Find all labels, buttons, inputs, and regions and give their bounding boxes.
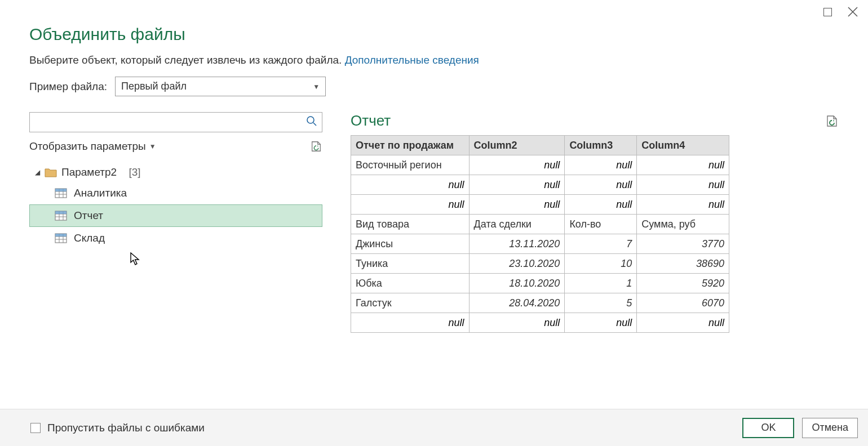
- table-cell: null: [351, 175, 470, 195]
- table-row[interactable]: Джинсы13.11.202073770: [351, 234, 729, 254]
- table-cell: 13.11.2020: [469, 234, 565, 254]
- table-cell: 28.04.2020: [469, 293, 565, 313]
- table-row[interactable]: nullnullnullnull: [351, 313, 729, 333]
- table-cell: Джинсы: [351, 234, 470, 254]
- table-cell: Туника: [351, 254, 470, 274]
- skip-errors-checkbox[interactable]: [30, 423, 41, 433]
- tree-item-label: Отчет: [74, 209, 103, 222]
- skip-errors-label: Пропустить файлы с ошибками: [47, 422, 205, 434]
- dialog-title: Объединить файлы: [29, 25, 839, 44]
- column-header[interactable]: Column4: [637, 136, 729, 155]
- refresh-preview-icon[interactable]: [825, 114, 839, 128]
- table-cell: Восточный регион: [351, 155, 470, 175]
- column-header[interactable]: Отчет по продажам: [351, 136, 470, 155]
- table-icon: [55, 188, 67, 198]
- maximize-button[interactable]: [823, 8, 832, 16]
- navigator-tree: ◢ Параметр2 [3] Аналитика Отчет Склад: [29, 163, 322, 249]
- table-cell: 38690: [637, 254, 729, 274]
- table-row[interactable]: Восточный регионnullnullnull: [351, 155, 729, 175]
- ok-button[interactable]: OK: [742, 418, 794, 438]
- table-cell: 6070: [637, 293, 729, 313]
- sample-file-value: Первый файл: [121, 81, 187, 92]
- preview-table: Отчет по продажамColumn2Column3Column4 В…: [351, 135, 729, 333]
- tree-item-label: Аналитика: [74, 187, 127, 199]
- close-button[interactable]: [848, 7, 858, 17]
- table-row[interactable]: nullnullnullnull: [351, 175, 729, 195]
- table-cell: null: [469, 175, 565, 195]
- svg-rect-13: [55, 211, 67, 214]
- refresh-nav-icon[interactable]: [310, 140, 322, 153]
- collapse-icon: ◢: [35, 168, 40, 176]
- sample-file-label: Пример файла:: [29, 81, 107, 93]
- tree-item[interactable]: Аналитика: [29, 182, 322, 204]
- table-cell: 7: [565, 234, 637, 254]
- tree-item[interactable]: Отчет: [29, 204, 322, 227]
- table-row[interactable]: Вид товараДата сделкиКол-воСумма, руб: [351, 215, 729, 234]
- table-cell: Дата сделки: [469, 215, 565, 234]
- column-header[interactable]: Column2: [469, 136, 565, 155]
- search-icon: [306, 115, 317, 129]
- folder-icon: [45, 167, 57, 177]
- table-cell: null: [565, 195, 637, 215]
- table-cell: null: [637, 155, 729, 175]
- svg-rect-19: [55, 234, 67, 237]
- cancel-button[interactable]: Отмена: [802, 418, 858, 438]
- table-icon: [55, 233, 67, 243]
- table-cell: null: [565, 175, 637, 195]
- tree-item-label: Склад: [74, 232, 105, 244]
- table-cell: 18.10.2020: [469, 274, 565, 293]
- svg-line-1: [313, 123, 316, 126]
- table-icon: [55, 211, 67, 221]
- dialog-footer: Пропустить файлы с ошибками OK Отмена: [0, 409, 868, 446]
- table-cell: 23.10.2020: [469, 254, 565, 274]
- tree-root-label: Параметр2: [61, 166, 117, 179]
- table-row[interactable]: Юбка18.10.202015920: [351, 274, 729, 293]
- tree-folder-root[interactable]: ◢ Параметр2 [3]: [29, 163, 322, 182]
- svg-point-0: [307, 117, 314, 123]
- table-cell: null: [637, 175, 729, 195]
- subtitle-text: Выберите объект, который следует извлечь…: [29, 54, 345, 66]
- tree-root-count: [3]: [129, 166, 140, 179]
- table-cell: null: [637, 195, 729, 215]
- table-cell: 5: [565, 293, 637, 313]
- preview-title: Отчет: [351, 112, 391, 130]
- chevron-down-icon: ▼: [149, 142, 156, 150]
- table-cell: null: [565, 313, 637, 333]
- sample-file-select[interactable]: Первый файл ▼: [115, 77, 326, 96]
- table-cell: Галстук: [351, 293, 470, 313]
- search-input[interactable]: [34, 117, 306, 128]
- table-cell: null: [565, 155, 637, 175]
- tree-item[interactable]: Склад: [29, 227, 322, 249]
- display-options-toggle[interactable]: Отобразить параметры ▼: [29, 140, 156, 153]
- table-cell: null: [637, 313, 729, 333]
- svg-rect-7: [55, 189, 67, 191]
- table-cell: Кол-во: [565, 215, 637, 234]
- table-cell: Вид товара: [351, 215, 470, 234]
- table-cell: 5920: [637, 274, 729, 293]
- table-cell: null: [469, 313, 565, 333]
- column-header[interactable]: Column3: [565, 136, 637, 155]
- chevron-down-icon: ▼: [313, 83, 320, 91]
- search-input-wrapper[interactable]: [29, 112, 322, 132]
- table-cell: null: [351, 195, 470, 215]
- table-row[interactable]: nullnullnullnull: [351, 195, 729, 215]
- table-cell: Сумма, руб: [637, 215, 729, 234]
- dialog-subtitle: Выберите объект, который следует извлечь…: [29, 54, 839, 66]
- table-cell: 1: [565, 274, 637, 293]
- table-cell: 3770: [637, 234, 729, 254]
- table-row[interactable]: Галстук28.04.202056070: [351, 293, 729, 313]
- display-options-label: Отобразить параметры: [29, 140, 146, 153]
- table-cell: null: [469, 195, 565, 215]
- table-cell: null: [469, 155, 565, 175]
- table-cell: 10: [565, 254, 637, 274]
- table-cell: null: [351, 313, 470, 333]
- table-cell: Юбка: [351, 274, 470, 293]
- table-row[interactable]: Туника23.10.20201038690: [351, 254, 729, 274]
- learn-more-link[interactable]: Дополнительные сведения: [345, 54, 479, 66]
